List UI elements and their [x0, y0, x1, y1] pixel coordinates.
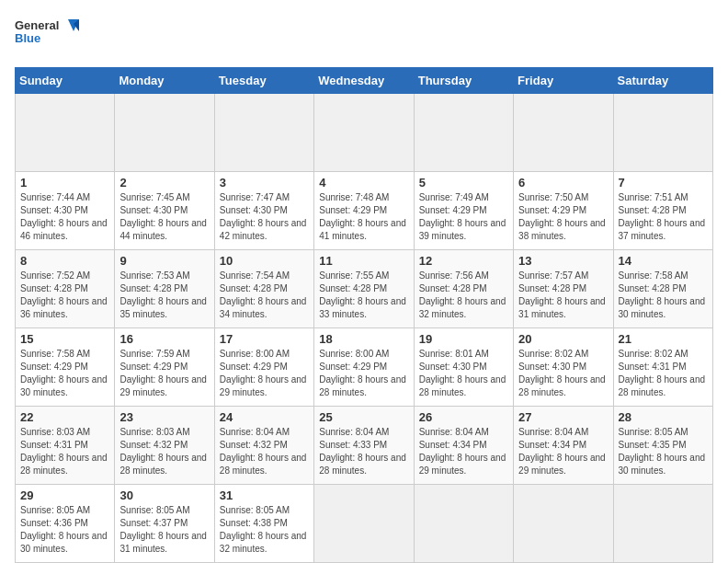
day-number: 25: [319, 410, 408, 424]
calendar-week-row: 22Sunrise: 8:03 AMSunset: 4:31 PMDayligh…: [16, 407, 713, 485]
day-number: 28: [619, 410, 708, 424]
calendar-cell: 20Sunrise: 8:02 AMSunset: 4:30 PMDayligh…: [514, 328, 613, 407]
day-info: Sunrise: 8:05 AMSunset: 4:37 PMDaylight:…: [119, 504, 209, 556]
day-info: Sunrise: 7:47 AMSunset: 4:30 PMDaylight:…: [220, 191, 309, 243]
day-number: 23: [119, 410, 209, 424]
calendar-week-row: 29Sunrise: 8:05 AMSunset: 4:36 PMDayligh…: [16, 485, 713, 563]
calendar-cell: 29Sunrise: 8:05 AMSunset: 4:36 PMDayligh…: [16, 485, 115, 563]
calendar-cell: 14Sunrise: 7:58 AMSunset: 4:28 PMDayligh…: [613, 250, 712, 328]
calendar-cell: 28Sunrise: 8:05 AMSunset: 4:35 PMDayligh…: [613, 407, 712, 485]
day-number: 5: [419, 176, 508, 190]
column-header-saturday: Saturday: [613, 68, 712, 94]
day-info: Sunrise: 7:50 AMSunset: 4:29 PMDaylight:…: [518, 191, 608, 243]
day-info: Sunrise: 7:57 AMSunset: 4:28 PMDaylight:…: [518, 270, 608, 321]
day-number: 10: [220, 254, 309, 268]
calendar-cell: 11Sunrise: 7:55 AMSunset: 4:28 PMDayligh…: [314, 250, 414, 328]
day-number: 15: [20, 332, 109, 346]
calendar-cell: 31Sunrise: 8:05 AMSunset: 4:38 PMDayligh…: [214, 485, 313, 563]
calendar-cell: 1Sunrise: 7:44 AMSunset: 4:30 PMDaylight…: [16, 172, 115, 250]
day-number: 1: [20, 176, 109, 190]
column-header-friday: Friday: [514, 68, 613, 94]
day-number: 18: [319, 332, 408, 346]
day-info: Sunrise: 7:58 AMSunset: 4:28 PMDaylight:…: [619, 270, 708, 321]
day-info: Sunrise: 8:02 AMSunset: 4:31 PMDaylight:…: [619, 348, 708, 399]
calendar-cell: 27Sunrise: 8:04 AMSunset: 4:34 PMDayligh…: [514, 407, 613, 485]
calendar-cell: [115, 94, 214, 172]
calendar-cell: 25Sunrise: 8:04 AMSunset: 4:33 PMDayligh…: [314, 407, 414, 485]
day-number: 4: [319, 176, 408, 190]
calendar-cell: 15Sunrise: 7:58 AMSunset: 4:29 PMDayligh…: [16, 328, 115, 407]
calendar-cell: 3Sunrise: 7:47 AMSunset: 4:30 PMDaylight…: [214, 172, 313, 250]
day-info: Sunrise: 7:56 AMSunset: 4:28 PMDaylight:…: [419, 270, 508, 321]
calendar-header-row: SundayMondayTuesdayWednesdayThursdayFrid…: [16, 68, 713, 94]
calendar-cell: 4Sunrise: 7:48 AMSunset: 4:29 PMDaylight…: [314, 172, 414, 250]
svg-text:General: General: [15, 18, 59, 32]
calendar-week-row: [16, 94, 713, 172]
day-info: Sunrise: 8:04 AMSunset: 4:32 PMDaylight:…: [220, 426, 309, 477]
calendar-cell: 2Sunrise: 7:45 AMSunset: 4:30 PMDaylight…: [115, 172, 214, 250]
calendar-week-row: 8Sunrise: 7:52 AMSunset: 4:28 PMDaylight…: [16, 250, 713, 328]
day-info: Sunrise: 7:52 AMSunset: 4:28 PMDaylight:…: [20, 270, 109, 321]
day-info: Sunrise: 8:05 AMSunset: 4:35 PMDaylight:…: [619, 426, 708, 477]
column-header-wednesday: Wednesday: [314, 68, 414, 94]
calendar-cell: 13Sunrise: 7:57 AMSunset: 4:28 PMDayligh…: [514, 250, 613, 328]
day-number: 14: [619, 254, 708, 268]
calendar-cell: 19Sunrise: 8:01 AMSunset: 4:30 PMDayligh…: [414, 328, 513, 407]
day-number: 31: [220, 488, 309, 502]
day-info: Sunrise: 7:48 AMSunset: 4:29 PMDaylight:…: [319, 191, 408, 243]
day-info: Sunrise: 8:05 AMSunset: 4:38 PMDaylight:…: [220, 504, 309, 556]
day-info: Sunrise: 7:58 AMSunset: 4:29 PMDaylight:…: [20, 348, 109, 399]
calendar-cell: 7Sunrise: 7:51 AMSunset: 4:28 PMDaylight…: [613, 172, 712, 250]
calendar-cell: 6Sunrise: 7:50 AMSunset: 4:29 PMDaylight…: [514, 172, 613, 250]
day-number: 19: [419, 332, 508, 346]
day-info: Sunrise: 8:00 AMSunset: 4:29 PMDaylight:…: [319, 348, 408, 399]
calendar-cell: 12Sunrise: 7:56 AMSunset: 4:28 PMDayligh…: [414, 250, 513, 328]
calendar-cell: [613, 94, 712, 172]
day-number: 21: [619, 332, 708, 346]
day-number: 27: [518, 410, 608, 424]
calendar-cell: [613, 485, 712, 563]
page-header: General Blue: [15, 15, 713, 56]
calendar-table: SundayMondayTuesdayWednesdayThursdayFrid…: [15, 67, 713, 563]
calendar-cell: [414, 94, 513, 172]
calendar-cell: 17Sunrise: 8:00 AMSunset: 4:29 PMDayligh…: [214, 328, 313, 407]
day-info: Sunrise: 7:51 AMSunset: 4:28 PMDaylight:…: [619, 191, 708, 243]
calendar-week-row: 15Sunrise: 7:58 AMSunset: 4:29 PMDayligh…: [16, 328, 713, 407]
day-number: 22: [20, 410, 109, 424]
logo: General Blue: [15, 15, 79, 56]
calendar-cell: 21Sunrise: 8:02 AMSunset: 4:31 PMDayligh…: [613, 328, 712, 407]
calendar-week-row: 1Sunrise: 7:44 AMSunset: 4:30 PMDaylight…: [16, 172, 713, 250]
column-header-thursday: Thursday: [414, 68, 513, 94]
column-header-tuesday: Tuesday: [214, 68, 313, 94]
day-info: Sunrise: 8:03 AMSunset: 4:32 PMDaylight:…: [119, 426, 209, 477]
day-info: Sunrise: 8:02 AMSunset: 4:30 PMDaylight:…: [518, 348, 608, 399]
calendar-cell: 26Sunrise: 8:04 AMSunset: 4:34 PMDayligh…: [414, 407, 513, 485]
calendar-cell: 22Sunrise: 8:03 AMSunset: 4:31 PMDayligh…: [16, 407, 115, 485]
day-info: Sunrise: 8:00 AMSunset: 4:29 PMDaylight:…: [220, 348, 309, 399]
day-number: 13: [518, 254, 608, 268]
day-info: Sunrise: 8:04 AMSunset: 4:34 PMDaylight:…: [518, 426, 608, 477]
day-info: Sunrise: 8:05 AMSunset: 4:36 PMDaylight:…: [20, 504, 109, 556]
calendar-cell: 9Sunrise: 7:53 AMSunset: 4:28 PMDaylight…: [115, 250, 214, 328]
calendar-cell: 10Sunrise: 7:54 AMSunset: 4:28 PMDayligh…: [214, 250, 313, 328]
day-number: 26: [419, 410, 508, 424]
day-number: 20: [518, 332, 608, 346]
day-info: Sunrise: 8:04 AMSunset: 4:33 PMDaylight:…: [319, 426, 408, 477]
day-number: 17: [220, 332, 309, 346]
column-header-monday: Monday: [115, 68, 214, 94]
day-number: 8: [20, 254, 109, 268]
day-info: Sunrise: 7:49 AMSunset: 4:29 PMDaylight:…: [419, 191, 508, 243]
svg-text:Blue: Blue: [15, 31, 40, 45]
day-number: 24: [220, 410, 309, 424]
calendar-cell: [314, 485, 414, 563]
calendar-cell: [214, 94, 313, 172]
day-info: Sunrise: 7:53 AMSunset: 4:28 PMDaylight:…: [119, 270, 209, 321]
day-info: Sunrise: 7:44 AMSunset: 4:30 PMDaylight:…: [20, 191, 109, 243]
day-number: 12: [419, 254, 508, 268]
day-info: Sunrise: 8:03 AMSunset: 4:31 PMDaylight:…: [20, 426, 109, 477]
calendar-cell: [514, 485, 613, 563]
day-info: Sunrise: 8:01 AMSunset: 4:30 PMDaylight:…: [419, 348, 508, 399]
calendar-cell: 5Sunrise: 7:49 AMSunset: 4:29 PMDaylight…: [414, 172, 513, 250]
day-number: 7: [619, 176, 708, 190]
calendar-cell: [414, 485, 513, 563]
